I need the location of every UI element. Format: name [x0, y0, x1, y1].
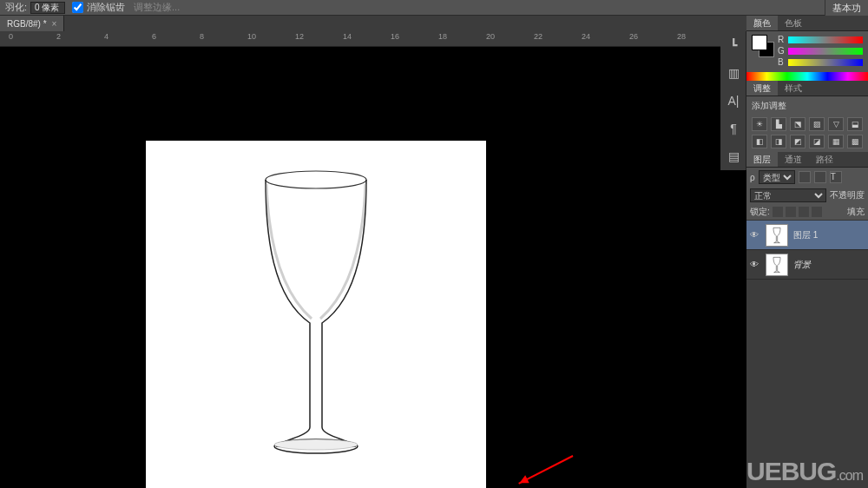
r-label: R [778, 35, 785, 44]
layer-item-background[interactable]: 👁 背景 [746, 250, 868, 280]
brush-panel-icon[interactable]: ▤ [720, 142, 746, 170]
levels-icon[interactable]: ▙ [771, 117, 786, 131]
layer-filter-row: ρ 类型 T [746, 168, 868, 187]
paragraph-panel-icon[interactable]: ¶ [720, 115, 746, 142]
vibrance-icon[interactable]: ▽ [828, 117, 844, 131]
lock-label: 锁定: [750, 206, 770, 218]
tab-paths[interactable]: 路径 [809, 152, 840, 167]
workspace-switcher[interactable]: 基本功 [825, 0, 868, 16]
lock-row: 锁定: 填充 [746, 204, 868, 221]
filter-icon[interactable]: ρ [750, 173, 755, 182]
refine-edge-button[interactable]: 调整边缘... [134, 1, 180, 14]
hue-sat-icon[interactable]: ◧ [752, 135, 767, 148]
canvas-area[interactable] [0, 47, 720, 488]
adjust-panel-body: 添加调整 ☀ ▙ ⬔ ▨ ▽ ⬓ ◧ ◨ ◩ ◪ ▦ ▩ [746, 96, 868, 152]
ruler-horizontal: 0246810121416182022242628 [0, 31, 720, 47]
ruler-tick: 10 [247, 32, 256, 41]
bw-icon[interactable]: ◨ [771, 135, 786, 148]
colorlookup-icon[interactable]: ▦ [828, 135, 844, 148]
b-slider[interactable] [788, 59, 863, 66]
invert-icon[interactable]: ▩ [847, 135, 863, 148]
foreground-background-swatch[interactable] [752, 35, 774, 57]
ruler-tick: 0 [9, 32, 13, 41]
layer-name: 背景 [793, 259, 811, 271]
layer-thumbnail[interactable] [766, 224, 788, 247]
channel-mixer-icon[interactable]: ◪ [809, 135, 825, 148]
exposure-icon[interactable]: ▨ [809, 117, 825, 131]
filter-opt-image[interactable] [799, 171, 811, 183]
ruler-tick: 28 [677, 32, 686, 41]
tab-adjustments[interactable]: 调整 [746, 81, 778, 96]
document-tab-title: RGB/8#) * [7, 19, 47, 29]
layer-name: 图层 1 [793, 229, 818, 241]
curves-icon[interactable]: ⬔ [790, 117, 806, 131]
color-panel-body: R G B [746, 31, 868, 72]
ruler-tick: 14 [343, 32, 352, 41]
layers-panel-tabs: 图层 通道 路径 [746, 152, 868, 168]
ruler-tick: 8 [200, 32, 204, 41]
r-slider[interactable] [788, 36, 863, 43]
right-panels: 颜色 色板 R G B 调整 样式 添加调整 ☀ ▙ ⬔ ▨ ▽ ⬓ ◧ ◨ ◩… [746, 16, 868, 488]
adjust-panel-tabs: 调整 样式 [746, 81, 868, 96]
ruler-tick: 22 [534, 32, 542, 41]
foreground-color[interactable] [752, 35, 767, 50]
opacity-label: 不透明度 [830, 189, 865, 201]
ruler-tick: 18 [438, 32, 447, 41]
tab-layers[interactable]: 图层 [746, 152, 778, 167]
ruler-tick: 26 [629, 32, 638, 41]
ruler-tick: 12 [295, 32, 304, 41]
blend-row: 正常 不透明度 [746, 187, 868, 204]
ruler-tick: 6 [152, 32, 156, 41]
g-slider[interactable] [788, 48, 863, 55]
visibility-icon[interactable]: 👁 [750, 260, 760, 269]
tab-color[interactable]: 颜色 [746, 16, 778, 30]
g-label: G [778, 46, 785, 56]
adjustment-presets: ☀ ▙ ⬔ ▨ ▽ ⬓ ◧ ◨ ◩ ◪ ▦ ▩ [752, 117, 863, 148]
photo-filter-icon[interactable]: ◩ [790, 135, 806, 148]
color-spectrum[interactable] [746, 72, 868, 81]
ruler-tick: 2 [56, 32, 61, 41]
tab-channels[interactable]: 通道 [778, 152, 809, 167]
document-tab[interactable]: RGB/8#) * × [0, 16, 64, 31]
ruler-tick: 24 [582, 32, 590, 41]
b-label: B [778, 57, 785, 67]
layer-thumbnail[interactable] [766, 254, 788, 276]
brightness-icon[interactable]: ☀ [752, 117, 767, 131]
feather-label: 羽化: [5, 1, 27, 14]
lock-pixels-icon[interactable] [786, 207, 796, 217]
annotation-arrow [518, 455, 573, 485]
filter-opt-type[interactable]: T [830, 171, 842, 183]
close-tab-icon[interactable]: × [52, 19, 57, 29]
rgb-sliders: R G B [778, 35, 863, 69]
ruler-tick: 16 [391, 32, 399, 41]
collapsed-dock: ┗ ▥ A| ¶ ▤ [720, 31, 746, 170]
antialias-checkbox[interactable] [72, 2, 83, 13]
balance-icon[interactable]: ⬓ [847, 117, 863, 131]
document-tabs: RGB/8#) * × [0, 16, 868, 31]
ruler-tick: 20 [486, 32, 495, 41]
filter-opt-adjust[interactable] [814, 171, 826, 183]
fill-label: 填充 [847, 206, 865, 218]
visibility-icon[interactable]: 👁 [750, 230, 760, 240]
ruler-tick: 4 [104, 32, 108, 41]
layer-item-1[interactable]: 👁 图层 1 [746, 221, 868, 250]
lock-transparency-icon[interactable] [773, 207, 783, 217]
feather-input[interactable]: 0 像素 [30, 2, 65, 14]
character-panel-icon[interactable]: A| [720, 87, 746, 115]
lock-all-icon[interactable] [812, 207, 822, 217]
layer-filter-select[interactable]: 类型 [759, 170, 795, 184]
history-panel-icon[interactable]: ┗ [720, 31, 746, 59]
tab-swatches[interactable]: 色板 [778, 16, 809, 30]
layer-list: 👁 图层 1 👁 背景 [746, 221, 868, 488]
artboard [146, 141, 486, 488]
antialias-label: 消除锯齿 [87, 1, 125, 14]
svg-point-2 [274, 439, 358, 450]
add-adjustment-label: 添加调整 [752, 100, 863, 112]
blend-mode-select[interactable]: 正常 [750, 188, 826, 202]
color-panel-tabs: 颜色 色板 [746, 16, 868, 31]
properties-panel-icon[interactable]: ▥ [720, 59, 746, 87]
wineglass-image [251, 167, 381, 462]
tab-styles[interactable]: 样式 [778, 81, 809, 96]
lock-position-icon[interactable] [799, 207, 809, 217]
options-bar: 羽化: 0 像素 消除锯齿 调整边缘... [0, 0, 868, 16]
